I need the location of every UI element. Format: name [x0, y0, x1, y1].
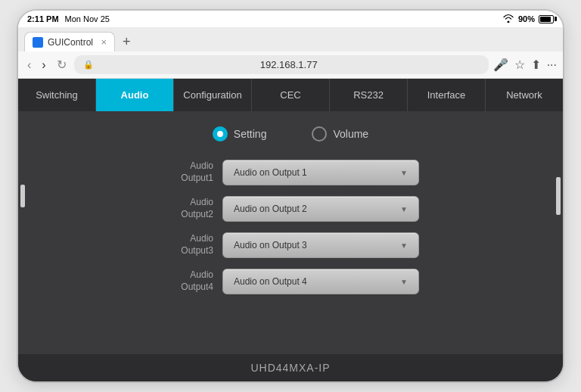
radio-row: Setting Volume: [213, 126, 368, 142]
back-button[interactable]: ‹: [24, 57, 34, 73]
status-date: Mon Nov 25: [65, 14, 110, 23]
arrow-icon-2: ▼: [400, 205, 408, 213]
audio-label-3: Audio Output3: [162, 233, 213, 257]
tab-interface[interactable]: Interface: [408, 79, 486, 111]
radio-setting-label: Setting: [234, 128, 267, 140]
status-time: 2:11 PM: [27, 14, 59, 23]
tab-audio[interactable]: Audio: [96, 79, 174, 111]
star-icon[interactable]: ☆: [514, 58, 525, 72]
status-bar: 2:11 PM Mon Nov 25 90%: [18, 11, 563, 27]
audio-output-btn-3[interactable]: Audio on Output 3 ▼: [222, 232, 419, 258]
address-bar[interactable]: 🔒 192.168.1.77: [74, 55, 489, 74]
arrow-icon-1: ▼: [400, 169, 408, 177]
radio-volume[interactable]: Volume: [312, 126, 368, 142]
app-frame: Switching Audio Configuration CEC RS232 …: [18, 79, 563, 381]
status-bar-right: 90%: [502, 14, 554, 24]
reload-button[interactable]: ↻: [54, 56, 70, 73]
arrow-icon-3: ▼: [400, 241, 408, 250]
radio-setting-circle: [213, 126, 228, 142]
forward-button[interactable]: ›: [39, 57, 48, 73]
audio-output-btn-2[interactable]: Audio on Output 2 ▼: [222, 196, 419, 222]
toolbar-icons: 🎤 ☆ ⬆ ···: [493, 58, 557, 72]
audio-output-btn-1[interactable]: Audio on Output 1 ▼: [222, 160, 419, 185]
audio-label-2: Audio Output2: [162, 197, 213, 220]
tab-title: GUIControl: [48, 37, 96, 48]
audio-outputs: Audio Output1 Audio on Output 1 ▼ Audio …: [162, 160, 419, 294]
audio-label-1: Audio Output1: [162, 160, 213, 184]
radio-setting[interactable]: Setting: [213, 126, 267, 142]
address-url: 192.168.1.77: [98, 59, 480, 70]
audio-row-4: Audio Output4 Audio on Output 4 ▼: [162, 269, 419, 294]
status-bar-left: 2:11 PM Mon Nov 25: [27, 14, 110, 23]
side-button-left: [20, 185, 25, 207]
share-icon[interactable]: ⬆: [531, 58, 541, 72]
radio-volume-circle: [312, 126, 327, 142]
browser-tabs: GUIControl × +: [18, 27, 563, 51]
battery-icon: [539, 15, 554, 23]
tab-switching[interactable]: Switching: [18, 79, 96, 111]
device-name: UHD44MXA-IP: [250, 362, 330, 374]
tab-rs232[interactable]: RS232: [330, 79, 408, 111]
more-icon[interactable]: ···: [547, 58, 557, 72]
battery-percent: 90%: [518, 14, 535, 23]
audio-row-3: Audio Output3 Audio on Output 3 ▼: [162, 232, 419, 258]
audio-output-btn-4[interactable]: Audio on Output 4 ▼: [222, 269, 419, 294]
lock-icon: 🔒: [83, 60, 94, 70]
audio-label-4: Audio Output4: [162, 269, 213, 293]
browser-toolbar: ‹ › ↻ 🔒 192.168.1.77 🎤 ☆ ⬆ ···: [18, 51, 563, 78]
new-tab-button[interactable]: +: [118, 34, 135, 50]
tab-network[interactable]: Network: [486, 79, 563, 111]
main-content: Setting Volume Audio Output1 Audio on Ou…: [18, 111, 563, 354]
mic-icon: 🎤: [493, 58, 508, 72]
audio-row-2: Audio Output2 Audio on Output 2 ▼: [162, 196, 419, 222]
nav-tabs: Switching Audio Configuration CEC RS232 …: [18, 79, 563, 111]
audio-row-1: Audio Output1 Audio on Output 1 ▼: [162, 160, 419, 185]
tab-favicon: [33, 37, 43, 48]
side-button-right: [556, 177, 561, 215]
browser-chrome: GUIControl × + ‹ › ↻ 🔒 192.168.1.77 🎤 ☆ …: [18, 27, 563, 79]
tab-close-button[interactable]: ×: [101, 36, 107, 48]
tab-cec[interactable]: CEC: [252, 79, 330, 111]
radio-volume-label: Volume: [333, 128, 368, 140]
browser-tab-guicontrol[interactable]: GUIControl ×: [24, 32, 115, 51]
footer: UHD44MXA-IP: [18, 354, 563, 381]
device-frame: 2:11 PM Mon Nov 25 90% GUIControl: [18, 11, 563, 381]
arrow-icon-4: ▼: [400, 278, 408, 286]
wifi-icon: [502, 14, 514, 24]
tab-configuration[interactable]: Configuration: [174, 79, 252, 111]
